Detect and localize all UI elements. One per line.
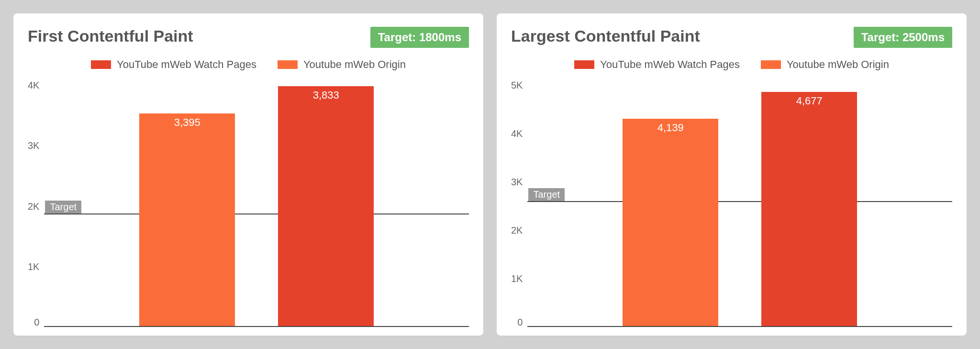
y-tick-label: 2K bbox=[28, 202, 39, 211]
legend-item-watch: YouTube mWeb Watch Pages bbox=[91, 58, 256, 71]
card-header: Largest Contentful Paint Target: 2500ms bbox=[511, 27, 952, 48]
legend-item-origin: Youtube mWeb Origin bbox=[278, 58, 406, 71]
bar-watch: 3,833 bbox=[278, 86, 374, 326]
bar-origin: 4,139 bbox=[623, 119, 718, 326]
card-title: Largest Contentful Paint bbox=[511, 27, 700, 45]
y-tick-label: 0 bbox=[517, 317, 523, 327]
y-tick-label: 4K bbox=[28, 80, 39, 90]
bars-container: 4,1394,677 bbox=[527, 76, 952, 326]
y-tick-label: 5K bbox=[511, 80, 523, 90]
plot-area: Target 4,1394,677 bbox=[527, 76, 952, 327]
chart-area: 5K4K3K2K1K0 Target 4,1394,677 bbox=[511, 76, 952, 327]
y-tick-label: 1K bbox=[28, 262, 39, 271]
legend-item-origin: Youtube mWeb Origin bbox=[761, 58, 889, 71]
y-tick-label: 4K bbox=[511, 129, 523, 138]
bars-container: 3,3953,833 bbox=[44, 76, 469, 326]
bar-watch: 4,677 bbox=[761, 92, 857, 326]
chart-legend: YouTube mWeb Watch Pages Youtube mWeb Or… bbox=[28, 58, 469, 71]
legend-label: Youtube mWeb Origin bbox=[303, 58, 406, 71]
target-badge: Target: 1800ms bbox=[370, 27, 469, 48]
legend-swatch-watch-icon bbox=[91, 60, 111, 69]
y-axis: 4K3K2K1K0 bbox=[28, 76, 44, 327]
plot-area: Target 3,3953,833 bbox=[44, 76, 469, 327]
y-tick-label: 2K bbox=[511, 225, 523, 235]
legend-label: YouTube mWeb Watch Pages bbox=[600, 58, 740, 71]
bar-value-label: 4,139 bbox=[657, 122, 684, 134]
legend-label: YouTube mWeb Watch Pages bbox=[117, 58, 256, 71]
metric-card-fcp: First Contentful Paint Target: 1800ms Yo… bbox=[13, 13, 483, 336]
y-tick-label: 3K bbox=[28, 141, 39, 150]
bar-value-label: 3,833 bbox=[313, 89, 339, 101]
y-tick-label: 1K bbox=[511, 274, 523, 283]
y-tick-label: 3K bbox=[511, 177, 523, 187]
bar-value-label: 3,395 bbox=[174, 116, 200, 129]
legend-swatch-origin-icon bbox=[278, 60, 298, 69]
legend-item-watch: YouTube mWeb Watch Pages bbox=[574, 58, 740, 71]
metric-card-lcp: Largest Contentful Paint Target: 2500ms … bbox=[497, 13, 967, 336]
target-badge: Target: 2500ms bbox=[854, 27, 952, 48]
card-header: First Contentful Paint Target: 1800ms bbox=[28, 27, 469, 48]
y-tick-label: 0 bbox=[34, 317, 39, 327]
bar-value-label: 4,677 bbox=[796, 95, 823, 107]
chart-legend: YouTube mWeb Watch Pages Youtube mWeb Or… bbox=[511, 58, 952, 71]
y-axis: 5K4K3K2K1K0 bbox=[511, 76, 527, 327]
legend-swatch-watch-icon bbox=[574, 60, 594, 69]
card-title: First Contentful Paint bbox=[28, 27, 193, 45]
bar-origin: 3,395 bbox=[139, 113, 235, 326]
legend-label: Youtube mWeb Origin bbox=[787, 58, 889, 71]
legend-swatch-origin-icon bbox=[761, 60, 781, 69]
chart-area: 4K3K2K1K0 Target 3,3953,833 bbox=[28, 76, 469, 327]
